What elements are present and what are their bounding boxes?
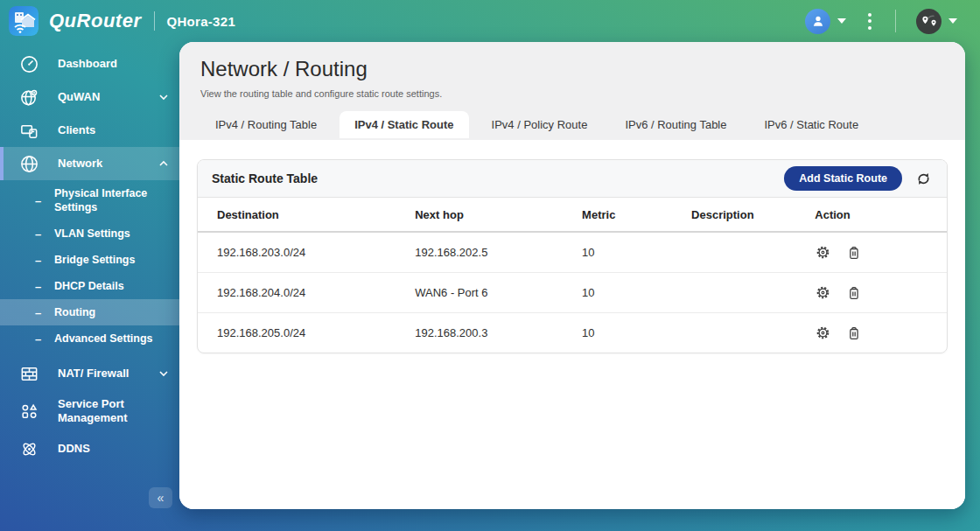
refresh-icon xyxy=(914,170,933,188)
delete-route-button[interactable] xyxy=(846,325,862,341)
tab-ipv4-policy-route[interactable]: IPv4 / Policy Route xyxy=(477,111,603,138)
sidebar-item-network[interactable]: Network xyxy=(0,147,179,180)
card-actions: Add Static Route xyxy=(784,166,933,191)
dash-marker: – xyxy=(35,227,54,241)
column-header-destination: Destination xyxy=(198,198,415,232)
sidebar-subitem-vlan-settings[interactable]: – VLAN Settings xyxy=(0,220,179,247)
user-menu-button[interactable] xyxy=(805,9,846,34)
quwan-globe-icon xyxy=(18,87,40,108)
sidebar-item-label: NAT/ Firewall xyxy=(58,367,129,381)
page-title: Network / Routing xyxy=(200,57,944,81)
add-static-route-button[interactable]: Add Static Route xyxy=(784,166,902,191)
tab-ipv4-routing-table[interactable]: IPv4 / Routing Table xyxy=(200,111,332,138)
sidebar-item-ddns[interactable]: DDNS xyxy=(0,432,179,465)
sidebar-subitem-label: Bridge Settings xyxy=(54,253,135,267)
trash-icon xyxy=(846,245,862,261)
chevron-down-icon xyxy=(837,18,846,24)
chevron-up-icon xyxy=(158,158,169,169)
sidebar-item-label: QuWAN xyxy=(58,90,100,104)
sidebar-subitem-physical-interface-settings[interactable]: – Physical Interface Settings xyxy=(0,180,179,220)
sidebar-subitem-bridge-settings[interactable]: – Bridge Settings xyxy=(0,247,179,273)
chevron-down-icon xyxy=(948,18,957,24)
delete-route-button[interactable] xyxy=(846,245,862,261)
tab-ipv4-static-route[interactable]: IPv4 / Static Route xyxy=(340,111,468,138)
page-subtitle: View the routing table and configure sta… xyxy=(200,88,944,99)
sidebar-subitem-label: Advanced Settings xyxy=(54,332,153,346)
sidebar-subitem-advanced-settings[interactable]: – Advanced Settings xyxy=(0,325,179,352)
sidebar-subitem-dhcp-details[interactable]: – DHCP Details xyxy=(0,273,179,299)
sidebar-subitem-label: Physical Interface Settings xyxy=(54,186,158,214)
cell-metric: 10 xyxy=(582,273,691,313)
sidebar-collapse-button[interactable]: « xyxy=(149,487,172,508)
panel-header: Network / Routing View the routing table… xyxy=(179,42,965,140)
row-actions xyxy=(815,284,940,301)
edit-route-button[interactable] xyxy=(815,325,831,341)
column-header-metric: Metric xyxy=(582,198,691,232)
gear-icon xyxy=(815,284,831,301)
row-actions xyxy=(815,325,940,341)
sidebar-subitem-label: Routing xyxy=(54,305,95,319)
sidebar-item-dashboard[interactable]: Dashboard xyxy=(0,47,179,80)
network-globe-icon xyxy=(18,154,40,174)
user-avatar-icon xyxy=(805,9,830,34)
network-submenu: – Physical Interface Settings – VLAN Set… xyxy=(0,180,179,352)
cell-next-hop: 192.168.200.3 xyxy=(415,313,582,353)
table-header-row: Destination Next hop Metric Description … xyxy=(198,198,947,232)
dash-marker: – xyxy=(35,332,54,346)
edit-route-button[interactable] xyxy=(815,244,831,261)
dash-marker: – xyxy=(35,280,54,293)
cell-next-hop: 192.168.202.5 xyxy=(415,232,582,273)
column-header-next-hop: Next hop xyxy=(415,198,582,232)
table-row: 192.168.205.0/24 192.168.200.3 10 xyxy=(198,313,947,353)
trash-icon xyxy=(846,325,862,341)
delete-route-button[interactable] xyxy=(846,285,862,301)
sidebar-item-nat-firewall[interactable]: NAT/ Firewall xyxy=(0,357,179,390)
static-route-table-card: Static Route Table Add Static Route xyxy=(197,159,948,353)
region-selector-button[interactable] xyxy=(916,9,957,34)
gear-icon xyxy=(815,325,831,341)
clients-devices-icon xyxy=(18,121,40,141)
sidebar-subitem-label: DHCP Details xyxy=(54,279,124,293)
dashboard-icon xyxy=(18,54,40,74)
sidebar-item-label: DDNS xyxy=(58,442,90,456)
table-row: 192.168.203.0/24 192.168.202.5 10 xyxy=(198,232,947,273)
tab-ipv6-routing-table[interactable]: IPv6 / Routing Table xyxy=(610,111,741,138)
edit-route-button[interactable] xyxy=(815,284,831,301)
brand-wordmark: QuRouter xyxy=(49,10,141,32)
cell-metric: 10 xyxy=(582,232,691,273)
card-title: Static Route Table xyxy=(212,171,318,185)
chevron-down-icon xyxy=(158,92,169,102)
sidebar-item-service-port-management[interactable]: Service Port Management xyxy=(0,390,179,432)
more-options-button[interactable] xyxy=(868,13,872,30)
sidebar-item-label: Network xyxy=(58,157,102,171)
ddns-atom-icon xyxy=(18,439,40,459)
sidebar-subitem-label: VLAN Settings xyxy=(54,227,130,241)
table-row: 192.168.204.0/24 WAN6 - Port 6 10 xyxy=(198,273,947,313)
main-panel: Network / Routing View the routing table… xyxy=(179,42,965,509)
cell-description xyxy=(691,313,815,353)
firewall-icon xyxy=(18,364,40,384)
sidebar-item-quwan[interactable]: QuWAN xyxy=(0,80,179,114)
cell-destination: 192.168.203.0/24 xyxy=(198,232,415,273)
topbar-separator xyxy=(895,10,896,32)
refresh-button[interactable] xyxy=(914,170,933,188)
chevron-down-icon xyxy=(158,368,169,379)
top-bar: QuRouter QHora-321 xyxy=(0,0,980,42)
gear-icon xyxy=(815,244,831,261)
cell-next-hop: WAN6 - Port 6 xyxy=(415,273,582,313)
cell-destination: 192.168.205.0/24 xyxy=(198,313,415,353)
device-name: QHora-321 xyxy=(166,14,235,29)
dash-marker: – xyxy=(35,254,54,267)
service-port-icon xyxy=(18,402,40,422)
cell-description xyxy=(691,232,815,273)
dash-marker: – xyxy=(35,194,54,207)
sidebar-subitem-routing[interactable]: – Routing xyxy=(0,299,179,325)
panel-body: Static Route Table Add Static Route xyxy=(179,140,965,509)
cell-metric: 10 xyxy=(582,313,691,353)
sidebar-item-clients[interactable]: Clients xyxy=(0,114,179,147)
sidebar: Dashboard QuWAN Clients Network xyxy=(0,42,179,531)
tab-ipv6-static-route[interactable]: IPv6 / Static Route xyxy=(750,111,874,138)
static-route-table: Destination Next hop Metric Description … xyxy=(198,198,947,353)
sidebar-item-label: Service Port Management xyxy=(58,397,156,425)
topbar-controls xyxy=(805,9,957,34)
